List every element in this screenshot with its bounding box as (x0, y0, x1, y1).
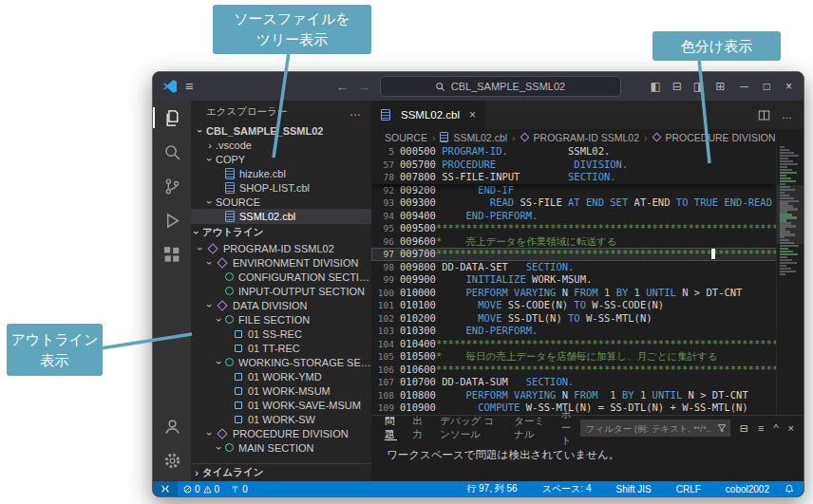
nav-forward-button[interactable]: → (358, 80, 370, 94)
file-item-source[interactable]: ›SOURCE (191, 195, 371, 209)
status-language-mode[interactable]: cobol2002 (720, 482, 775, 495)
outline-item-input-output-section[interactable]: INPUT-OUTPUT SECTION (191, 284, 371, 298)
file-item-hizuke-cbl[interactable]: hizuke.cbl (191, 166, 371, 180)
file-item-vscode[interactable]: ›.vscode (191, 138, 371, 152)
code-line-101[interactable]: 101010100 MOVE SS-CODE(N) TO W-SS-CODE(N… (371, 299, 777, 312)
code-line-99[interactable]: 99009900 INITIALIZE WORK-MSUM. (371, 273, 777, 287)
minimap-slider[interactable] (777, 185, 804, 244)
maximize-button[interactable]: □ (764, 80, 770, 93)
code-line-96[interactable]: 96009600* 売上データを作業領域に転送する (371, 235, 777, 249)
breadcrumb-procedure-division[interactable]: PROCEDURE DIVISION (652, 132, 776, 143)
panel-tab-3[interactable]: ターミナル (514, 416, 545, 440)
file-item-cbl-sample-ssml02[interactable]: ›CBL_SAMPLE_SSML02 (191, 123, 371, 138)
status-cursor-position[interactable]: 行 97, 列 56 (461, 482, 522, 495)
code-line-5[interactable]: 5000500 PROGRAM-ID. SSML02. (371, 145, 777, 159)
timeline-section-header[interactable]: › タイムライン (191, 463, 371, 481)
toggle-sidebar-icon[interactable]: ◧ (650, 80, 660, 93)
ports-status[interactable]: 0 (225, 484, 254, 495)
editor-tab-ssml02[interactable]: SSML02.cbl × (371, 101, 485, 129)
code-editor[interactable]: 5000500 PROGRAM-ID. SSML02.57005700 PROC… (371, 145, 804, 415)
outline-item-01-work-sw[interactable]: 01 WORK-SW (191, 412, 371, 426)
editor-more-actions-icon[interactable]: … (782, 109, 792, 121)
activity-scm-button[interactable] (153, 169, 191, 203)
timeline-header-label: タイムライン (202, 466, 263, 479)
nav-back-button[interactable]: ← (336, 80, 349, 94)
close-button[interactable]: × (785, 80, 792, 93)
code-line-78[interactable]: 78007800 SS-FILE-INPUT SECTION. (371, 171, 777, 184)
breadcrumb-program-id-ssml02[interactable]: PROGRAM-ID SSML02 (520, 132, 639, 143)
code-line-109[interactable]: 109010900 COMPUTE W-SS-MTL(N) = SS-DTL(N… (371, 401, 777, 415)
activity-search-button[interactable] (153, 135, 191, 169)
activity-explorer-button[interactable] (153, 101, 191, 135)
minimap[interactable] (776, 145, 804, 415)
code-line-94[interactable]: 94009400 END-PERFORM. (371, 210, 777, 223)
code-line-95[interactable]: 95009500********************************… (371, 222, 777, 235)
code-line-102[interactable]: 102010200 MOVE SS-DTL(N) TO W-SS-MTL(N) (371, 312, 777, 326)
toggle-panel-icon[interactable]: ⊟ (672, 80, 682, 93)
more-actions-icon[interactable]: … (350, 105, 362, 119)
problems-filter[interactable] (580, 420, 730, 437)
code-line-105[interactable]: 105010500* 毎日の売上データを店舗毎に加算し、月ごとに集計する (371, 350, 777, 364)
bottom-panel: 問題出力デバッグ コンソールターミナルポート ⊟ ≡ ^ × (371, 415, 804, 481)
problems-status[interactable]: 0 0 (178, 484, 225, 495)
file-item-ssml02-cbl[interactable]: SSML02.cbl (191, 209, 371, 223)
maximize-panel-icon[interactable]: ^ (773, 422, 778, 434)
outline-item-program-id-ssml02[interactable]: ›PROGRAM-ID SSML02 (191, 241, 371, 255)
outline-item-data-division[interactable]: ›DATA DIVISION (191, 298, 371, 312)
outline-item-working-storage-sec[interactable]: ›WORKING-STORAGE SEC... (191, 355, 371, 369)
panel-tab-0[interactable]: 問題 (385, 416, 397, 440)
code-line-108[interactable]: 108010800 PERFORM VARYING N FROM 1 BY 1 … (371, 389, 777, 402)
outline-item-main-section[interactable]: ›MAIN SECTION (191, 440, 371, 455)
activity-debug-button[interactable] (153, 203, 191, 237)
tab-close-icon[interactable]: × (469, 108, 476, 121)
activity-extensions-button[interactable] (153, 237, 191, 271)
code-line-103[interactable]: 103010300 END-PERFORM. (371, 325, 777, 338)
outline-item-configuration-section[interactable]: CONFIGURATION SECTION (191, 270, 371, 284)
toggle-secondary-sidebar-icon[interactable]: ◨ (693, 80, 704, 93)
code-line-106[interactable]: 106010600*******************************… (371, 364, 777, 377)
code-text: 010300 END-PERFORM. (396, 325, 777, 338)
code-line-107[interactable]: 107010700 DD-DATA-SUM SECTION. (371, 376, 777, 389)
code-line-100[interactable]: 100010000 PERFORM VARYING N FROM 1 BY 1 … (371, 287, 777, 300)
status-eol-sequence[interactable]: CRLF (671, 482, 707, 495)
filter-funnel-icon[interactable] (717, 423, 727, 433)
outline-item-procedure-division[interactable]: ›PROCEDURE DIVISION (191, 426, 371, 440)
activity-account-button[interactable] (153, 409, 191, 443)
customize-layout-icon[interactable]: ⊞ (715, 80, 725, 93)
remote-indicator[interactable] (153, 481, 178, 496)
file-item-shop-list-cbl[interactable]: SHOP-LIST.cbl (191, 180, 371, 195)
code-line-98[interactable]: 98009800 DD-DATA-SET SECTION. (371, 261, 777, 274)
panel-tab-4[interactable]: ポート (561, 416, 580, 440)
outline-item-01-work-msum[interactable]: 01 WORK-MSUM (191, 383, 371, 398)
code-text: 007800 SS-FILE-INPUT SECTION. (396, 171, 777, 184)
command-center-search[interactable]: CBL_SAMPLE_SSML02 (380, 76, 621, 97)
minimize-button[interactable]: ─ (740, 80, 748, 93)
outline-item-file-section[interactable]: ›FILE SECTION (191, 312, 371, 327)
outline-item-environment-division[interactable]: ›ENVIRONMENT DIVISION (191, 255, 371, 270)
breadcrumb-ssml02-cbl[interactable]: SSML02.cbl (440, 132, 507, 143)
breadcrumb-source[interactable]: SOURCE (385, 132, 427, 143)
code-line-92[interactable]: 92009200 END-IF (371, 184, 777, 197)
outline-item-01-wor-k-ymd[interactable]: 01 WOR​K-YMD (191, 369, 371, 383)
notifications-bell-icon[interactable] (785, 484, 804, 494)
code-line-104[interactable]: 104010400*******************************… (371, 338, 777, 351)
code-line-57[interactable]: 57005700 PROCEDURE DIVISION. (371, 159, 777, 172)
split-editor-icon[interactable] (758, 109, 770, 121)
outline-section-header[interactable]: › アウトライン (191, 223, 371, 241)
status-indentation[interactable]: スペース: 4 (537, 482, 597, 495)
code-line-93[interactable]: 93009300 READ SS-FILE AT END SET AT-END … (371, 196, 777, 210)
panel-tab-2[interactable]: デバッグ コンソール (440, 416, 499, 440)
filter-input[interactable] (584, 422, 714, 435)
outline-item-01-ss-rec[interactable]: 01 SS-REC (191, 327, 371, 341)
status-encoding[interactable]: Shift JIS (610, 482, 656, 495)
close-panel-icon[interactable]: × (788, 422, 794, 434)
panel-more-actions-icon[interactable]: ≡ (758, 422, 764, 434)
code-line-97[interactable]: 97009700********************************… (371, 248, 777, 261)
menu-icon[interactable]: ≡ (185, 79, 193, 94)
panel-tab-1[interactable]: 出力 (412, 416, 425, 440)
outline-item-01-work-save-msum[interactable]: 01 WORK-SAVE-MSUM (191, 398, 371, 412)
activity-settings-button[interactable] (153, 443, 191, 477)
file-item-copy[interactable]: ›COPY (191, 152, 371, 166)
group-by-icon[interactable]: ⊟ (740, 422, 748, 435)
outline-item-01-tt-rec[interactable]: 01 TT-REC (191, 341, 371, 355)
